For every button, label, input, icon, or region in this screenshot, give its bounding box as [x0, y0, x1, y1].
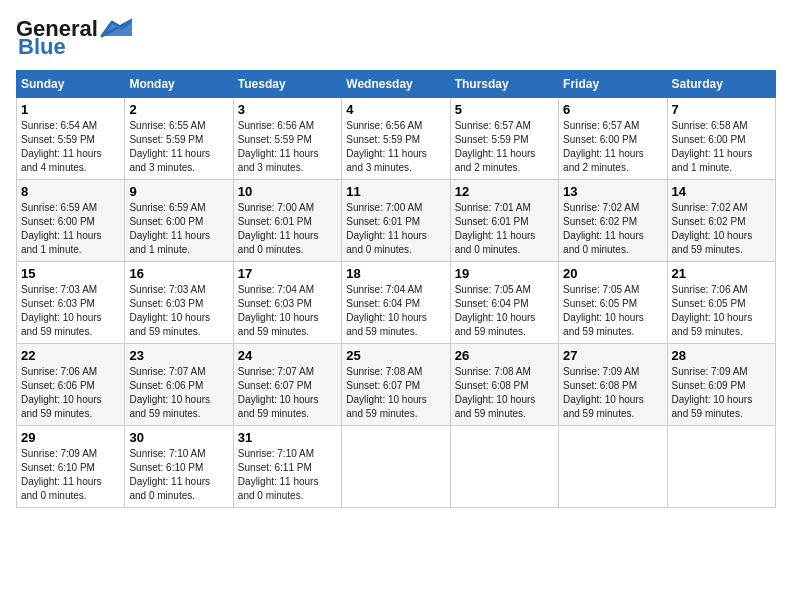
- calendar: SundayMondayTuesdayWednesdayThursdayFrid…: [16, 70, 776, 508]
- day-info: Sunrise: 7:10 AMSunset: 6:11 PMDaylight:…: [238, 448, 319, 501]
- calendar-cell: [450, 426, 558, 508]
- calendar-cell: 11 Sunrise: 7:00 AMSunset: 6:01 PMDaylig…: [342, 180, 450, 262]
- calendar-cell: 4 Sunrise: 6:56 AMSunset: 5:59 PMDayligh…: [342, 98, 450, 180]
- calendar-cell: 16 Sunrise: 7:03 AMSunset: 6:03 PMDaylig…: [125, 262, 233, 344]
- weekday-header-wednesday: Wednesday: [342, 71, 450, 98]
- weekday-header-thursday: Thursday: [450, 71, 558, 98]
- day-number: 27: [563, 348, 662, 363]
- day-number: 10: [238, 184, 337, 199]
- day-number: 31: [238, 430, 337, 445]
- day-info: Sunrise: 7:07 AMSunset: 6:06 PMDaylight:…: [129, 366, 210, 419]
- day-number: 4: [346, 102, 445, 117]
- calendar-cell: 10 Sunrise: 7:00 AMSunset: 6:01 PMDaylig…: [233, 180, 341, 262]
- calendar-cell: 15 Sunrise: 7:03 AMSunset: 6:03 PMDaylig…: [17, 262, 125, 344]
- day-number: 25: [346, 348, 445, 363]
- calendar-cell: 2 Sunrise: 6:55 AMSunset: 5:59 PMDayligh…: [125, 98, 233, 180]
- day-number: 3: [238, 102, 337, 117]
- day-number: 6: [563, 102, 662, 117]
- day-info: Sunrise: 6:55 AMSunset: 5:59 PMDaylight:…: [129, 120, 210, 173]
- logo-icon: [98, 18, 132, 40]
- day-number: 28: [672, 348, 771, 363]
- day-info: Sunrise: 7:04 AMSunset: 6:03 PMDaylight:…: [238, 284, 319, 337]
- day-number: 5: [455, 102, 554, 117]
- day-info: Sunrise: 6:54 AMSunset: 5:59 PMDaylight:…: [21, 120, 102, 173]
- day-number: 23: [129, 348, 228, 363]
- day-info: Sunrise: 7:06 AMSunset: 6:06 PMDaylight:…: [21, 366, 102, 419]
- calendar-week-row: 1 Sunrise: 6:54 AMSunset: 5:59 PMDayligh…: [17, 98, 776, 180]
- calendar-cell: 9 Sunrise: 6:59 AMSunset: 6:00 PMDayligh…: [125, 180, 233, 262]
- calendar-cell: 31 Sunrise: 7:10 AMSunset: 6:11 PMDaylig…: [233, 426, 341, 508]
- day-number: 20: [563, 266, 662, 281]
- day-info: Sunrise: 7:09 AMSunset: 6:09 PMDaylight:…: [672, 366, 753, 419]
- calendar-cell: 29 Sunrise: 7:09 AMSunset: 6:10 PMDaylig…: [17, 426, 125, 508]
- calendar-week-row: 15 Sunrise: 7:03 AMSunset: 6:03 PMDaylig…: [17, 262, 776, 344]
- calendar-cell: 24 Sunrise: 7:07 AMSunset: 6:07 PMDaylig…: [233, 344, 341, 426]
- calendar-week-row: 8 Sunrise: 6:59 AMSunset: 6:00 PMDayligh…: [17, 180, 776, 262]
- weekday-header-row: SundayMondayTuesdayWednesdayThursdayFrid…: [17, 71, 776, 98]
- day-number: 18: [346, 266, 445, 281]
- calendar-cell: 6 Sunrise: 6:57 AMSunset: 6:00 PMDayligh…: [559, 98, 667, 180]
- logo: General Blue: [16, 16, 132, 60]
- calendar-cell: 20 Sunrise: 7:05 AMSunset: 6:05 PMDaylig…: [559, 262, 667, 344]
- day-info: Sunrise: 7:08 AMSunset: 6:08 PMDaylight:…: [455, 366, 536, 419]
- calendar-cell: 5 Sunrise: 6:57 AMSunset: 5:59 PMDayligh…: [450, 98, 558, 180]
- calendar-cell: [559, 426, 667, 508]
- day-info: Sunrise: 7:09 AMSunset: 6:10 PMDaylight:…: [21, 448, 102, 501]
- calendar-week-row: 22 Sunrise: 7:06 AMSunset: 6:06 PMDaylig…: [17, 344, 776, 426]
- day-number: 16: [129, 266, 228, 281]
- day-info: Sunrise: 7:03 AMSunset: 6:03 PMDaylight:…: [129, 284, 210, 337]
- day-info: Sunrise: 6:57 AMSunset: 5:59 PMDaylight:…: [455, 120, 536, 173]
- day-info: Sunrise: 6:59 AMSunset: 6:00 PMDaylight:…: [129, 202, 210, 255]
- calendar-cell: 8 Sunrise: 6:59 AMSunset: 6:00 PMDayligh…: [17, 180, 125, 262]
- calendar-cell: 21 Sunrise: 7:06 AMSunset: 6:05 PMDaylig…: [667, 262, 775, 344]
- day-info: Sunrise: 7:07 AMSunset: 6:07 PMDaylight:…: [238, 366, 319, 419]
- day-number: 26: [455, 348, 554, 363]
- calendar-cell: 7 Sunrise: 6:58 AMSunset: 6:00 PMDayligh…: [667, 98, 775, 180]
- day-info: Sunrise: 7:05 AMSunset: 6:05 PMDaylight:…: [563, 284, 644, 337]
- weekday-header-monday: Monday: [125, 71, 233, 98]
- day-number: 11: [346, 184, 445, 199]
- day-number: 2: [129, 102, 228, 117]
- calendar-cell: 14 Sunrise: 7:02 AMSunset: 6:02 PMDaylig…: [667, 180, 775, 262]
- day-number: 24: [238, 348, 337, 363]
- calendar-cell: 12 Sunrise: 7:01 AMSunset: 6:01 PMDaylig…: [450, 180, 558, 262]
- weekday-header-friday: Friday: [559, 71, 667, 98]
- day-info: Sunrise: 7:10 AMSunset: 6:10 PMDaylight:…: [129, 448, 210, 501]
- day-info: Sunrise: 7:05 AMSunset: 6:04 PMDaylight:…: [455, 284, 536, 337]
- day-info: Sunrise: 7:03 AMSunset: 6:03 PMDaylight:…: [21, 284, 102, 337]
- day-number: 17: [238, 266, 337, 281]
- calendar-cell: 1 Sunrise: 6:54 AMSunset: 5:59 PMDayligh…: [17, 98, 125, 180]
- calendar-cell: 3 Sunrise: 6:56 AMSunset: 5:59 PMDayligh…: [233, 98, 341, 180]
- calendar-cell: 13 Sunrise: 7:02 AMSunset: 6:02 PMDaylig…: [559, 180, 667, 262]
- day-number: 9: [129, 184, 228, 199]
- day-number: 8: [21, 184, 120, 199]
- day-info: Sunrise: 7:09 AMSunset: 6:08 PMDaylight:…: [563, 366, 644, 419]
- day-number: 12: [455, 184, 554, 199]
- calendar-cell: 28 Sunrise: 7:09 AMSunset: 6:09 PMDaylig…: [667, 344, 775, 426]
- day-info: Sunrise: 6:56 AMSunset: 5:59 PMDaylight:…: [346, 120, 427, 173]
- calendar-cell: 26 Sunrise: 7:08 AMSunset: 6:08 PMDaylig…: [450, 344, 558, 426]
- day-number: 15: [21, 266, 120, 281]
- day-info: Sunrise: 7:00 AMSunset: 6:01 PMDaylight:…: [346, 202, 427, 255]
- day-info: Sunrise: 7:01 AMSunset: 6:01 PMDaylight:…: [455, 202, 536, 255]
- day-number: 30: [129, 430, 228, 445]
- weekday-header-saturday: Saturday: [667, 71, 775, 98]
- calendar-cell: 18 Sunrise: 7:04 AMSunset: 6:04 PMDaylig…: [342, 262, 450, 344]
- day-info: Sunrise: 6:59 AMSunset: 6:00 PMDaylight:…: [21, 202, 102, 255]
- calendar-week-row: 29 Sunrise: 7:09 AMSunset: 6:10 PMDaylig…: [17, 426, 776, 508]
- day-number: 7: [672, 102, 771, 117]
- day-number: 13: [563, 184, 662, 199]
- calendar-cell: 17 Sunrise: 7:04 AMSunset: 6:03 PMDaylig…: [233, 262, 341, 344]
- calendar-cell: 27 Sunrise: 7:09 AMSunset: 6:08 PMDaylig…: [559, 344, 667, 426]
- day-info: Sunrise: 6:58 AMSunset: 6:00 PMDaylight:…: [672, 120, 753, 173]
- day-number: 19: [455, 266, 554, 281]
- day-info: Sunrise: 7:02 AMSunset: 6:02 PMDaylight:…: [563, 202, 644, 255]
- calendar-cell: [342, 426, 450, 508]
- day-number: 22: [21, 348, 120, 363]
- header: General Blue: [16, 16, 776, 60]
- calendar-cell: [667, 426, 775, 508]
- day-number: 29: [21, 430, 120, 445]
- calendar-cell: 30 Sunrise: 7:10 AMSunset: 6:10 PMDaylig…: [125, 426, 233, 508]
- calendar-cell: 25 Sunrise: 7:08 AMSunset: 6:07 PMDaylig…: [342, 344, 450, 426]
- day-info: Sunrise: 7:06 AMSunset: 6:05 PMDaylight:…: [672, 284, 753, 337]
